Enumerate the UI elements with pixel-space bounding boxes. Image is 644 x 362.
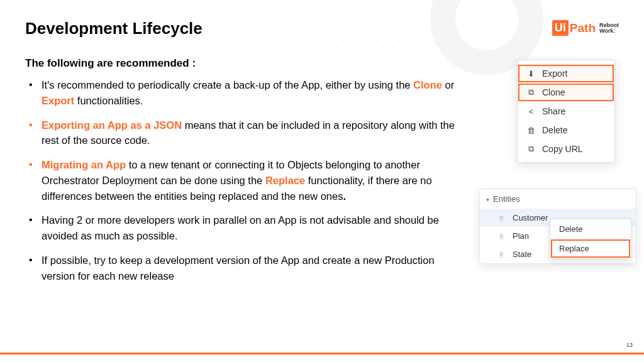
menu-item-export[interactable]: ⬇Export — [518, 64, 614, 83]
download-icon: ⬇ — [526, 69, 536, 79]
submenu-delete[interactable]: Delete — [550, 219, 631, 239]
copy-icon: ⧉ — [526, 145, 536, 154]
bullet-versions: If possible, try to keep a development v… — [25, 253, 465, 284]
entities-header[interactable]: Entities — [480, 189, 636, 209]
bullet-backup: It's recommended to periodically create … — [25, 77, 465, 109]
brand-logo: Ui Path Reboot Work. — [552, 20, 619, 36]
logo-tagline-2: Work. — [599, 28, 619, 34]
logo-path: Path — [570, 21, 596, 35]
keyword-migrate: Migrating an App — [42, 159, 126, 170]
bullet-migrate: Migrating an App to a new tenant or conn… — [25, 157, 465, 204]
keyword-export-json: Exporting an App as a JSON — [42, 119, 182, 131]
logo-ui: Ui — [552, 20, 569, 36]
bullet-export-json: Exporting an App as a JSON means that it… — [25, 118, 465, 149]
keyword-clone: Clone — [413, 79, 442, 90]
menu-item-delete[interactable]: 🗑Delete — [518, 121, 614, 140]
share-icon: < — [526, 107, 536, 116]
trash-icon: 🗑 — [526, 126, 536, 135]
layers-icon — [499, 250, 508, 259]
menu-item-clone[interactable]: ⧉Clone — [518, 83, 614, 102]
section-subtitle: The following are recommended : — [25, 57, 465, 70]
layers-icon — [499, 232, 508, 241]
footer-accent-bar — [0, 353, 644, 354]
page-title: Development Lifecycle — [25, 19, 619, 38]
submenu-replace[interactable]: Replace — [550, 239, 631, 258]
keyword-replace: Replace — [265, 175, 305, 186]
menu-item-share[interactable]: <Share — [518, 102, 614, 121]
layers-icon — [499, 214, 508, 222]
context-menu-app: ⬇Export ⧉Clone <Share 🗑Delete ⧉Copy URL — [517, 60, 615, 163]
copy-icon: ⧉ — [526, 88, 536, 97]
keyword-export: Export — [42, 95, 74, 106]
page-number: 13 — [626, 342, 633, 348]
entity-context-menu: Delete Replace — [550, 219, 631, 259]
menu-item-copy-url[interactable]: ⧉Copy URL — [518, 140, 614, 158]
bullet-parallel-dev: Having 2 or more developers work in para… — [25, 212, 465, 244]
